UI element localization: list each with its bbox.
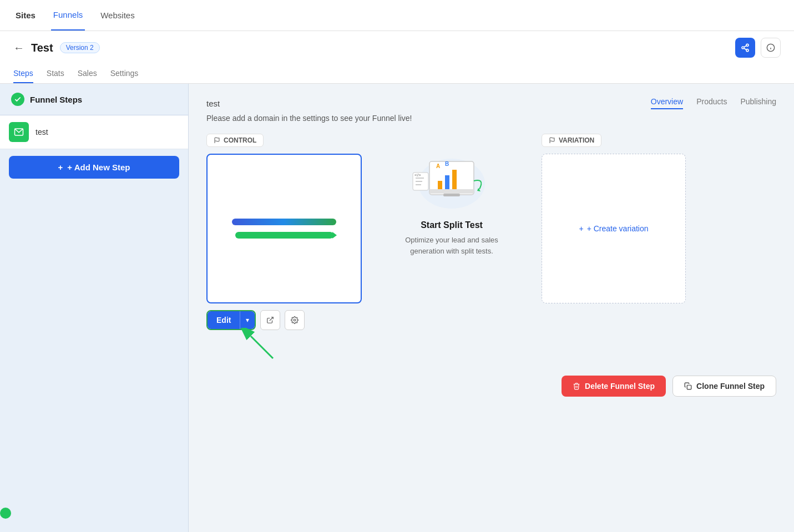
back-button[interactable]: ← xyxy=(13,42,24,54)
content-funnel-name: test xyxy=(206,99,220,108)
sites-nav[interactable]: Sites xyxy=(13,0,38,31)
svg-point-1 xyxy=(742,47,744,49)
sidebar-header: Funnel Steps xyxy=(0,84,188,115)
preview-bar-bottom xyxy=(235,232,333,239)
svg-point-0 xyxy=(746,44,749,46)
green-dot-indicator xyxy=(0,508,11,519)
step-email-icon xyxy=(9,122,29,142)
svg-line-10 xyxy=(270,317,273,321)
edit-button[interactable]: Edit xyxy=(208,311,240,329)
page-title: Test xyxy=(31,42,53,54)
svg-text:</>: </> xyxy=(414,173,421,178)
control-label: CONTROL xyxy=(206,134,264,147)
control-section: CONTROL Edit ▾ xyxy=(206,134,362,358)
funnel-steps-check-icon xyxy=(11,93,24,106)
tab-sales[interactable]: Sales xyxy=(78,64,97,83)
create-variation-button[interactable]: + + Create variation xyxy=(579,224,648,233)
svg-rect-19 xyxy=(445,175,449,189)
tab-stats[interactable]: Stats xyxy=(47,64,64,83)
svg-rect-17 xyxy=(443,194,460,196)
flag-icon xyxy=(214,137,220,144)
split-test-section: A B </> Start Split Test Optimize yo xyxy=(380,134,524,267)
share-button[interactable] xyxy=(735,38,755,58)
delete-btn-label: Delete Funnel Step xyxy=(585,382,655,391)
control-preview-card xyxy=(206,154,362,303)
clone-icon xyxy=(684,382,692,390)
split-test-title: Start Split Test xyxy=(421,220,483,230)
bottom-actions: Delete Funnel Step Clone Funnel Step xyxy=(206,376,776,397)
funnel-steps-title: Funnel Steps xyxy=(30,95,82,104)
arrow-annotation xyxy=(240,328,284,363)
content-tab-products[interactable]: Products xyxy=(696,97,727,109)
split-test-svg: A B </> xyxy=(407,145,496,211)
edit-button-group: Edit ▾ xyxy=(206,310,256,330)
content-tabs: Overview Products Publishing xyxy=(651,97,776,109)
variation-section: VARIATION + + Create variation xyxy=(542,134,776,303)
external-link-icon xyxy=(266,316,274,324)
edit-bar: Edit ▾ xyxy=(206,310,362,330)
gear-icon xyxy=(291,316,299,324)
step-item-test[interactable]: test xyxy=(0,115,188,149)
settings-button[interactable] xyxy=(285,310,305,330)
variation-card: + + Create variation xyxy=(542,154,686,303)
svg-line-3 xyxy=(744,48,747,50)
external-link-button[interactable] xyxy=(260,310,280,330)
tab-settings[interactable]: Settings xyxy=(110,64,139,83)
clone-btn-label: Clone Funnel Step xyxy=(696,382,765,391)
add-new-step-button[interactable]: + + Add New Step xyxy=(9,156,179,179)
control-label-text: CONTROL xyxy=(224,136,256,144)
variation-label: VARIATION xyxy=(542,134,601,147)
preview-bar-top xyxy=(232,219,337,225)
svg-line-4 xyxy=(744,45,747,47)
content-tab-overview[interactable]: Overview xyxy=(651,97,683,109)
svg-point-2 xyxy=(746,49,749,52)
content-area: test Overview Products Publishing Please… xyxy=(189,84,794,532)
page-preview xyxy=(208,155,361,302)
back-arrow-icon: ← xyxy=(13,42,24,54)
version-badge: Version 2 xyxy=(60,42,100,53)
content-tab-publishing[interactable]: Publishing xyxy=(740,97,776,109)
create-variation-label: + Create variation xyxy=(587,224,649,233)
edit-dropdown-button[interactable]: ▾ xyxy=(240,311,255,329)
svg-rect-16 xyxy=(429,189,474,194)
funnels-nav[interactable]: Funnels xyxy=(51,0,85,31)
info-button[interactable] xyxy=(761,38,781,58)
svg-text:B: B xyxy=(445,161,449,167)
svg-text:A: A xyxy=(436,163,440,169)
svg-point-11 xyxy=(294,319,296,321)
tab-steps[interactable]: Steps xyxy=(13,64,33,83)
variation-flag-icon xyxy=(549,137,555,144)
delete-funnel-step-button[interactable]: Delete Funnel Step xyxy=(562,376,666,397)
svg-rect-18 xyxy=(438,181,442,189)
svg-line-13 xyxy=(251,336,273,358)
add-step-label: + Add New Step xyxy=(67,163,130,172)
websites-nav[interactable]: Websites xyxy=(98,0,136,31)
split-test-desc: Optimize your lead and sales generation … xyxy=(391,235,513,256)
share-icon xyxy=(741,43,750,52)
dropdown-chevron-icon: ▾ xyxy=(246,316,249,324)
clone-funnel-step-button[interactable]: Clone Funnel Step xyxy=(672,376,776,397)
variation-label-text: VARIATION xyxy=(559,136,594,144)
step-name-label: test xyxy=(36,128,48,136)
info-icon xyxy=(766,43,775,52)
green-arrow-svg xyxy=(240,328,284,361)
plus-icon: + xyxy=(58,163,63,172)
split-test-illustration: A B </> xyxy=(407,145,496,211)
variation-plus-icon: + xyxy=(579,224,583,233)
svg-rect-30 xyxy=(687,385,691,389)
domain-notice: Please add a domain in the settings to s… xyxy=(206,114,776,123)
svg-rect-20 xyxy=(452,170,457,189)
sidebar: Funnel Steps test + + Add New Step xyxy=(0,84,189,532)
trash-icon xyxy=(573,382,580,390)
